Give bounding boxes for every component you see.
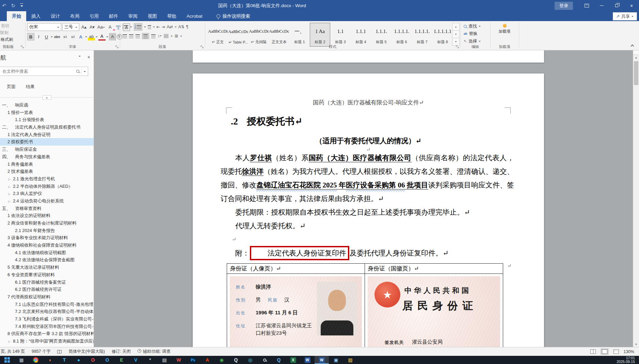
print-layout-button[interactable] [601,348,609,355]
superscript-button[interactable]: x2 [69,33,77,40]
nav-item[interactable]: 6.1 医疗器械经营备案凭证 [0,279,94,286]
replace-button[interactable]: ab替换 [464,30,481,37]
word-active-icon[interactable]: W [315,356,329,364]
change-case-icon[interactable]: Aa [97,23,106,31]
copy-button[interactable]: 复制 [0,29,14,36]
character-shading-icon[interactable]: A [109,33,116,40]
word-count[interactable]: 9857 个字 [32,349,50,354]
document-page[interactable]: 国药（大连）医疗器械有限公司-响应文件↵ .2授权委托书↵ （适用于有委托代理人… [193,73,544,347]
accessibility-status[interactable]: 辅助功能: 调查 [138,349,171,354]
numbering-icon[interactable]: 1 2 3 [134,23,142,31]
style-scroll-up-icon[interactable]: ▴ [452,23,460,31]
page-count[interactable]: 页, 共 149 页 [1,349,25,354]
nav-item[interactable]: 7.1 山东恩众医疗科技有限公司-激光包埋盒... [0,301,94,308]
subscript-button[interactable]: x2 [62,33,69,40]
minimize-button[interactable] [594,0,609,11]
ribbon-tab-邮件[interactable]: 邮件 [104,11,123,21]
zoom-level[interactable]: 130% [624,349,634,354]
increase-indent-icon[interactable]: ⇥ [162,24,165,29]
sign-in-button[interactable]: 登录 [555,2,573,10]
style-card-正文文本[interactable]: AaBbCcDc正文文本 [269,23,289,47]
nav-item[interactable]: 一、 响应函 [0,101,94,109]
font-size-combo[interactable]: 三号 [62,23,79,31]
style-card-标题 5[interactable]: 1.1.1.标题 5 [371,23,392,47]
justify-icon[interactable] [142,33,149,39]
style-card-正文[interactable]: AaBbCcDi↵ 正文 [208,23,228,47]
vertical-scrollbar[interactable]: ▲ ▼ [633,50,639,347]
bullets-icon[interactable]: • • • [123,24,128,29]
browser-icon-blue[interactable]: O [100,356,114,364]
ribbon-tab-Acrobat[interactable]: Acrobat [181,11,208,21]
line-spacing-icon[interactable]: ↕ [158,34,162,38]
nav-item[interactable]: 2 授权委托书 [0,138,94,146]
addins-button[interactable]: 加载项 [498,24,511,34]
nav-item[interactable]: 2 商业信誉和财务会计制度证明材料 [0,219,94,227]
scroll-up-icon[interactable]: ▲ [633,55,639,60]
style-card-Table P...[interactable]: AaBbCcDc↵ Table P... [228,23,249,47]
style-scroll-down-icon[interactable]: ▾ [452,30,460,38]
nav-item[interactable]: 6.2 医疗器械经营许可证 [0,286,94,293]
align-right-icon[interactable] [135,34,140,38]
scrollbar-thumb[interactable] [634,61,638,85]
nav-item[interactable]: 二、 法定代表人身份证明及授权委托书 [0,123,94,131]
style-card-标题 7[interactable]: 1.1.1.1.标题 7 [412,23,432,47]
nav-item[interactable]: 8.1 附：“信用中国”网页查询截图加盖供应商... [0,337,94,345]
nav-item[interactable]: 7.2 北京麦邦光电仪器有限公司-半自动体外... [0,308,94,315]
nav-item[interactable]: 2.1 2024 年财务报告 [0,227,94,234]
style-card-标题 4[interactable]: 1.1.1标题 4 [351,23,371,47]
shading-icon[interactable] [164,34,169,38]
restore-button[interactable] [609,0,624,11]
nav-item[interactable]: 2 技术偏差表 [0,168,94,175]
sort-icon[interactable]: A⇅ [178,24,185,29]
nav-item[interactable]: 5 无重大违法记录证明材料 [0,264,94,271]
nav-item[interactable]: 7.4 郑州航空港区羽丰医疗科技有限公司-运... [0,323,94,330]
nav-item[interactable]: 1.1 分项报价表 [0,116,94,123]
nav-collapse-icon[interactable]: ▲ [43,95,51,100]
nav-item[interactable]: 2.4 运动负荷心电分析系统 [0,197,94,205]
nav-item[interactable]: 2.1 激光包埋盒打号机 [0,175,94,183]
font-color-icon[interactable]: A [98,33,106,40]
edge-icon[interactable]: ◎ [243,356,257,364]
search-icon[interactable] [257,356,272,364]
tim-icon[interactable]: T [57,356,71,364]
nav-pane-close-icon[interactable]: × [87,54,90,60]
format-painter-button[interactable]: 格式刷 [0,36,14,43]
share-button[interactable]: ↗ 共享 [613,12,637,20]
read-mode-button[interactable] [589,348,597,355]
nav-item[interactable]: 1 法定代表人身份证明 [0,131,94,138]
collapse-ribbon-icon[interactable] [631,45,634,48]
qq-icon[interactable]: Q [229,356,243,364]
chrome-icon[interactable] [29,356,43,364]
excel-icon[interactable]: X [286,356,300,364]
proofing-icon[interactable] [57,350,62,353]
cut-button[interactable]: 剪切 [0,22,14,29]
find-button[interactable]: 查找 [464,22,481,30]
split-box[interactable] [633,50,639,55]
align-center-icon[interactable] [129,34,133,38]
tell-me-box[interactable]: 操作说明搜索 [217,11,250,21]
word-icon[interactable]: W [300,356,315,364]
style-card-标题 1[interactable]: 一、标题 1 [289,23,310,47]
opera-icon[interactable]: O [86,356,100,364]
borders-icon[interactable]: ⊞ [175,34,178,38]
nav-item[interactable]: 1 报价一览表 [0,109,94,116]
explorer-icon[interactable]: ▣ [329,356,343,364]
wechat-icon[interactable]: ◉ [214,356,229,364]
ribbon-tab-设计[interactable]: 设计 [46,11,65,21]
style-card-标题 8[interactable]: 1.1.1.1.1标题 8 [432,23,453,47]
style-card-标题 3[interactable]: 1.1标题 3 [330,23,351,47]
ribbon-tab-插入[interactable]: 插入 [26,11,46,21]
ribbon-tab-布局[interactable]: 布局 [65,11,84,21]
evernote-icon[interactable]: E [114,356,129,364]
style-card-标题 6[interactable]: 1.1.1.1.标题 6 [392,23,412,47]
strikethrough-button[interactable]: abc [53,33,61,40]
nav-item[interactable]: 4 缴纳税收和社会保障资金证明材料 [0,242,94,249]
align-left-icon[interactable] [123,34,127,38]
italic-button[interactable]: I [35,33,42,40]
nav-search-box[interactable] [0,67,88,76]
styles-dialog-launcher-icon[interactable] [456,45,459,49]
redo-icon[interactable]: ↻ [11,3,16,9]
multilevel-list-icon[interactable] [148,25,151,29]
app-icon-blue-dot[interactable]: ● [71,356,86,364]
select-button[interactable]: ↖选择 [464,37,481,45]
